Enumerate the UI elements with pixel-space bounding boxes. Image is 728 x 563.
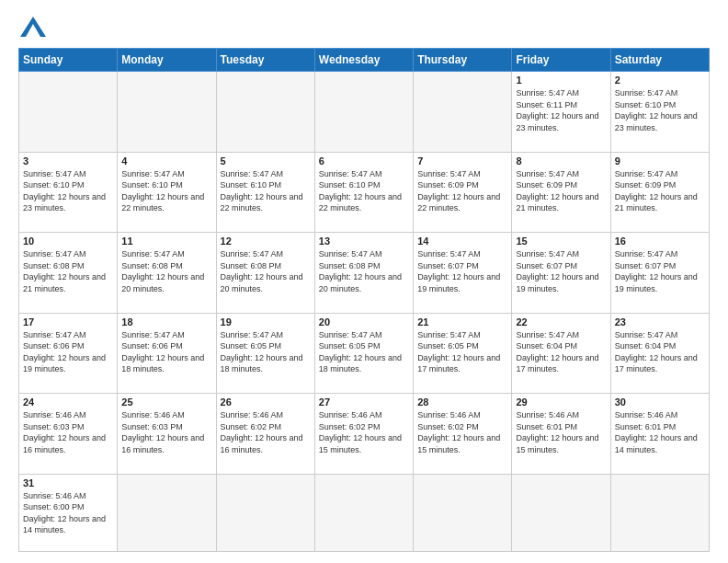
calendar: SundayMondayTuesdayWednesdayThursdayFrid… — [18, 48, 710, 552]
calendar-cell: 1Sunrise: 5:47 AM Sunset: 6:11 PM Daylig… — [512, 72, 610, 153]
header — [18, 15, 710, 40]
day-info: Sunrise: 5:47 AM Sunset: 6:09 PM Dayligh… — [516, 168, 606, 214]
calendar-cell: 4Sunrise: 5:47 AM Sunset: 6:10 PM Daylig… — [118, 152, 216, 233]
calendar-cell — [19, 72, 118, 153]
calendar-cell: 23Sunrise: 5:47 AM Sunset: 6:04 PM Dayli… — [610, 313, 709, 394]
day-number: 27 — [319, 396, 409, 408]
day-info: Sunrise: 5:47 AM Sunset: 6:05 PM Dayligh… — [417, 329, 507, 375]
calendar-cell — [610, 474, 709, 551]
day-info: Sunrise: 5:47 AM Sunset: 6:06 PM Dayligh… — [121, 329, 211, 375]
day-number: 23 — [615, 316, 705, 327]
calendar-cell: 17Sunrise: 5:47 AM Sunset: 6:06 PM Dayli… — [19, 313, 118, 394]
day-number: 4 — [121, 155, 211, 167]
day-number: 2 — [615, 75, 705, 86]
day-number: 7 — [417, 155, 507, 167]
logo — [18, 15, 46, 40]
weekday-header-sunday: Sunday — [19, 49, 118, 72]
day-info: Sunrise: 5:47 AM Sunset: 6:07 PM Dayligh… — [516, 248, 606, 294]
day-number: 24 — [23, 396, 113, 408]
page: SundayMondayTuesdayWednesdayThursdayFrid… — [0, 0, 728, 563]
day-number: 10 — [23, 236, 113, 247]
day-number: 16 — [615, 236, 705, 247]
calendar-cell: 21Sunrise: 5:47 AM Sunset: 6:05 PM Dayli… — [414, 313, 512, 394]
day-info: Sunrise: 5:46 AM Sunset: 6:02 PM Dayligh… — [417, 409, 507, 455]
calendar-cell: 29Sunrise: 5:46 AM Sunset: 6:01 PM Dayli… — [512, 394, 610, 475]
calendar-cell: 11Sunrise: 5:47 AM Sunset: 6:08 PM Dayli… — [118, 233, 216, 314]
weekday-header-wednesday: Wednesday — [314, 49, 413, 72]
day-info: Sunrise: 5:47 AM Sunset: 6:07 PM Dayligh… — [417, 248, 507, 294]
weekday-header-monday: Monday — [118, 49, 216, 72]
day-info: Sunrise: 5:47 AM Sunset: 6:06 PM Dayligh… — [23, 329, 113, 375]
calendar-cell — [216, 72, 314, 153]
day-number: 17 — [23, 316, 113, 327]
day-number: 30 — [615, 396, 705, 408]
calendar-cell: 26Sunrise: 5:46 AM Sunset: 6:02 PM Dayli… — [216, 394, 314, 475]
calendar-cell: 20Sunrise: 5:47 AM Sunset: 6:05 PM Dayli… — [314, 313, 413, 394]
day-number: 9 — [615, 155, 705, 167]
calendar-cell: 16Sunrise: 5:47 AM Sunset: 6:07 PM Dayli… — [610, 233, 709, 314]
calendar-cell: 5Sunrise: 5:47 AM Sunset: 6:10 PM Daylig… — [216, 152, 314, 233]
day-info: Sunrise: 5:47 AM Sunset: 6:09 PM Dayligh… — [615, 168, 705, 214]
day-number: 3 — [23, 155, 113, 167]
day-info: Sunrise: 5:46 AM Sunset: 6:00 PM Dayligh… — [23, 490, 113, 536]
day-info: Sunrise: 5:47 AM Sunset: 6:04 PM Dayligh… — [516, 329, 606, 375]
day-info: Sunrise: 5:47 AM Sunset: 6:04 PM Dayligh… — [615, 329, 705, 375]
calendar-cell: 9Sunrise: 5:47 AM Sunset: 6:09 PM Daylig… — [610, 152, 709, 233]
weekday-header-row: SundayMondayTuesdayWednesdayThursdayFrid… — [19, 49, 710, 72]
calendar-cell: 8Sunrise: 5:47 AM Sunset: 6:09 PM Daylig… — [512, 152, 610, 233]
day-number: 21 — [417, 316, 507, 327]
calendar-cell: 13Sunrise: 5:47 AM Sunset: 6:08 PM Dayli… — [314, 233, 413, 314]
calendar-cell: 28Sunrise: 5:46 AM Sunset: 6:02 PM Dayli… — [414, 394, 512, 475]
weekday-header-tuesday: Tuesday — [216, 49, 314, 72]
calendar-week-5: 31Sunrise: 5:46 AM Sunset: 6:00 PM Dayli… — [19, 474, 710, 551]
day-info: Sunrise: 5:47 AM Sunset: 6:09 PM Dayligh… — [417, 168, 507, 214]
day-number: 15 — [516, 236, 606, 247]
calendar-cell: 18Sunrise: 5:47 AM Sunset: 6:06 PM Dayli… — [118, 313, 216, 394]
calendar-cell: 24Sunrise: 5:46 AM Sunset: 6:03 PM Dayli… — [19, 394, 118, 475]
day-info: Sunrise: 5:47 AM Sunset: 6:11 PM Dayligh… — [516, 87, 606, 133]
day-number: 20 — [319, 316, 409, 327]
day-info: Sunrise: 5:46 AM Sunset: 6:03 PM Dayligh… — [23, 409, 113, 455]
calendar-cell: 7Sunrise: 5:47 AM Sunset: 6:09 PM Daylig… — [414, 152, 512, 233]
day-info: Sunrise: 5:47 AM Sunset: 6:10 PM Dayligh… — [23, 168, 113, 214]
calendar-cell: 25Sunrise: 5:46 AM Sunset: 6:03 PM Dayli… — [118, 394, 216, 475]
day-info: Sunrise: 5:46 AM Sunset: 6:03 PM Dayligh… — [121, 409, 211, 455]
calendar-cell: 12Sunrise: 5:47 AM Sunset: 6:08 PM Dayli… — [216, 233, 314, 314]
calendar-cell: 6Sunrise: 5:47 AM Sunset: 6:10 PM Daylig… — [314, 152, 413, 233]
calendar-cell — [314, 72, 413, 153]
logo-icon — [20, 17, 46, 37]
day-info: Sunrise: 5:47 AM Sunset: 6:08 PM Dayligh… — [23, 248, 113, 294]
calendar-cell: 19Sunrise: 5:47 AM Sunset: 6:05 PM Dayli… — [216, 313, 314, 394]
day-number: 25 — [121, 396, 211, 408]
day-number: 5 — [221, 155, 311, 167]
day-number: 13 — [319, 236, 409, 247]
day-number: 18 — [121, 316, 211, 327]
day-number: 31 — [23, 477, 113, 488]
day-info: Sunrise: 5:47 AM Sunset: 6:10 PM Dayligh… — [319, 168, 409, 214]
calendar-cell — [118, 474, 216, 551]
day-number: 8 — [516, 155, 606, 167]
calendar-week-3: 17Sunrise: 5:47 AM Sunset: 6:06 PM Dayli… — [19, 313, 710, 394]
day-info: Sunrise: 5:46 AM Sunset: 6:02 PM Dayligh… — [319, 409, 409, 455]
weekday-header-thursday: Thursday — [414, 49, 512, 72]
calendar-cell: 27Sunrise: 5:46 AM Sunset: 6:02 PM Dayli… — [314, 394, 413, 475]
weekday-header-friday: Friday — [512, 49, 610, 72]
calendar-cell: 2Sunrise: 5:47 AM Sunset: 6:10 PM Daylig… — [610, 72, 709, 153]
day-info: Sunrise: 5:47 AM Sunset: 6:10 PM Dayligh… — [221, 168, 311, 214]
day-info: Sunrise: 5:46 AM Sunset: 6:02 PM Dayligh… — [221, 409, 311, 455]
calendar-cell: 22Sunrise: 5:47 AM Sunset: 6:04 PM Dayli… — [512, 313, 610, 394]
day-info: Sunrise: 5:47 AM Sunset: 6:05 PM Dayligh… — [319, 329, 409, 375]
calendar-week-0: 1Sunrise: 5:47 AM Sunset: 6:11 PM Daylig… — [19, 72, 710, 153]
day-info: Sunrise: 5:46 AM Sunset: 6:01 PM Dayligh… — [516, 409, 606, 455]
day-number: 1 — [516, 75, 606, 86]
day-info: Sunrise: 5:47 AM Sunset: 6:05 PM Dayligh… — [221, 329, 311, 375]
calendar-cell: 31Sunrise: 5:46 AM Sunset: 6:00 PM Dayli… — [19, 474, 118, 551]
day-number: 6 — [319, 155, 409, 167]
day-number: 22 — [516, 316, 606, 327]
calendar-week-4: 24Sunrise: 5:46 AM Sunset: 6:03 PM Dayli… — [19, 394, 710, 475]
calendar-cell: 14Sunrise: 5:47 AM Sunset: 6:07 PM Dayli… — [414, 233, 512, 314]
day-number: 12 — [221, 236, 311, 247]
calendar-cell: 10Sunrise: 5:47 AM Sunset: 6:08 PM Dayli… — [19, 233, 118, 314]
day-info: Sunrise: 5:47 AM Sunset: 6:10 PM Dayligh… — [615, 87, 705, 133]
calendar-cell — [414, 72, 512, 153]
